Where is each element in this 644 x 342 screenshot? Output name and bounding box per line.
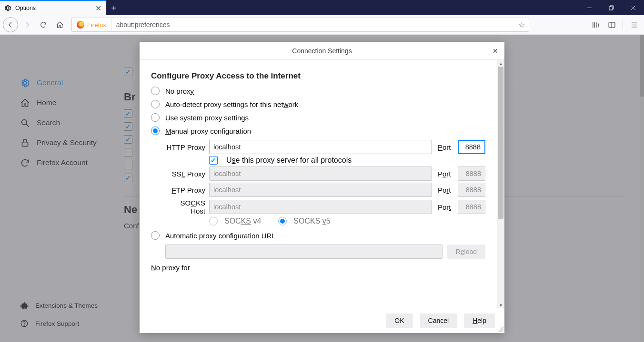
back-button[interactable] bbox=[3, 17, 18, 32]
scrollbar-thumb[interactable] bbox=[498, 67, 503, 219]
radio-icon bbox=[151, 127, 160, 135]
resize-grip-icon[interactable] bbox=[498, 326, 503, 332]
tab-close-button[interactable]: ✕ bbox=[94, 4, 102, 12]
dialog-close-button[interactable]: ✕ bbox=[489, 45, 502, 57]
port-label: Port bbox=[438, 203, 454, 211]
ok-button[interactable]: OK bbox=[386, 313, 413, 328]
radio-socks5 bbox=[278, 217, 287, 225]
dialog-footer: OK Cancel Help bbox=[140, 308, 504, 333]
use-for-all-checkbox[interactable] bbox=[209, 156, 218, 165]
brand-label: Firefox bbox=[87, 21, 106, 29]
connection-settings-dialog: Connection Settings ✕ ▴ ▾ Configure Prox… bbox=[140, 42, 504, 333]
browser-tab[interactable]: Options ✕ bbox=[0, 0, 106, 15]
ftp-proxy-port-input bbox=[458, 183, 485, 197]
gear-icon bbox=[4, 4, 11, 12]
title-bar: Options ✕ ＋ bbox=[0, 0, 644, 15]
tab-title: Options bbox=[15, 5, 91, 11]
site-identity[interactable]: Firefox bbox=[72, 18, 111, 31]
http-proxy-host-input[interactable] bbox=[209, 140, 432, 154]
radio-label: Auto-detect proxy settings for this netw… bbox=[165, 100, 298, 108]
radio-manual-proxy[interactable]: Manual proxy configuration bbox=[151, 127, 485, 135]
socks-port-input bbox=[458, 200, 485, 214]
scroll-down-icon[interactable]: ▾ bbox=[497, 302, 504, 308]
port-label: Port bbox=[438, 143, 454, 151]
firefox-icon bbox=[77, 21, 84, 29]
use-for-all-label: Use this proxy server for all protocols bbox=[226, 156, 352, 165]
port-label: Port bbox=[438, 170, 454, 178]
dialog-heading: Configure Proxy Access to the Internet bbox=[151, 71, 485, 81]
svg-rect-1 bbox=[609, 7, 613, 10]
pac-url-input bbox=[165, 244, 443, 259]
socks5-label: SOCKS v5 bbox=[293, 217, 330, 225]
dialog-title: Connection Settings bbox=[292, 47, 352, 55]
socks4-label: SOCKS v4 bbox=[224, 217, 261, 225]
reload-pac-button: Reload bbox=[447, 244, 485, 259]
http-proxy-port-input[interactable] bbox=[458, 140, 485, 154]
radio-icon bbox=[151, 113, 160, 122]
radio-label: Automatic proxy configuration URL bbox=[165, 232, 276, 240]
url-text: about:preferences bbox=[111, 21, 514, 29]
forward-button[interactable] bbox=[20, 18, 34, 32]
socks-host-input bbox=[209, 200, 432, 214]
ftp-proxy-label: FTP Proxy bbox=[164, 186, 205, 194]
radio-socks4 bbox=[209, 217, 218, 225]
radio-icon bbox=[151, 100, 160, 108]
port-label: Port bbox=[438, 186, 454, 194]
ssl-proxy-label: SSL Proxy bbox=[164, 170, 205, 178]
radio-label: No proxy bbox=[165, 87, 194, 95]
window-minimize-button[interactable] bbox=[578, 0, 600, 15]
window-close-button[interactable] bbox=[622, 0, 644, 15]
url-bar[interactable]: Firefox about:preferences ☆ bbox=[71, 18, 529, 32]
radio-no-proxy[interactable]: No proxy bbox=[151, 87, 485, 95]
no-proxy-for-label: No proxy for bbox=[151, 264, 485, 272]
ftp-proxy-host-input bbox=[209, 183, 432, 197]
radio-label: Manual proxy configuration bbox=[165, 127, 251, 135]
radio-label: Use system proxy settings bbox=[165, 114, 249, 122]
home-button[interactable] bbox=[52, 18, 67, 32]
radio-icon bbox=[151, 87, 160, 95]
toolbar-separator bbox=[623, 20, 623, 30]
radio-icon bbox=[151, 231, 160, 240]
bookmark-star-icon[interactable]: ☆ bbox=[514, 20, 529, 29]
app-menu-button[interactable] bbox=[627, 18, 641, 32]
navigation-toolbar: Firefox about:preferences ☆ bbox=[0, 15, 644, 35]
ssl-proxy-host-input bbox=[209, 166, 432, 181]
radio-system-proxy[interactable]: Use system proxy settings bbox=[151, 113, 485, 122]
radio-auto-config-url[interactable]: Automatic proxy configuration URL bbox=[151, 231, 485, 240]
reload-button[interactable] bbox=[36, 18, 50, 32]
sidebar-button[interactable] bbox=[604, 18, 619, 32]
http-proxy-label: HTTP Proxy bbox=[164, 143, 205, 151]
help-button[interactable]: Help bbox=[464, 313, 495, 328]
cancel-button[interactable]: Cancel bbox=[420, 313, 458, 328]
window-restore-button[interactable] bbox=[600, 0, 622, 15]
svg-rect-4 bbox=[609, 22, 615, 27]
ssl-proxy-port-input bbox=[458, 166, 485, 181]
dialog-scrollbar[interactable]: ▴ ▾ bbox=[497, 60, 504, 308]
library-button[interactable] bbox=[588, 18, 603, 32]
scroll-up-icon[interactable]: ▴ bbox=[497, 60, 504, 67]
socks-host-label: SOCKS Host bbox=[164, 199, 205, 215]
new-tab-button[interactable]: ＋ bbox=[106, 0, 122, 15]
radio-auto-detect[interactable]: Auto-detect proxy settings for this netw… bbox=[151, 100, 485, 108]
dialog-title-bar: Connection Settings ✕ bbox=[140, 42, 504, 60]
